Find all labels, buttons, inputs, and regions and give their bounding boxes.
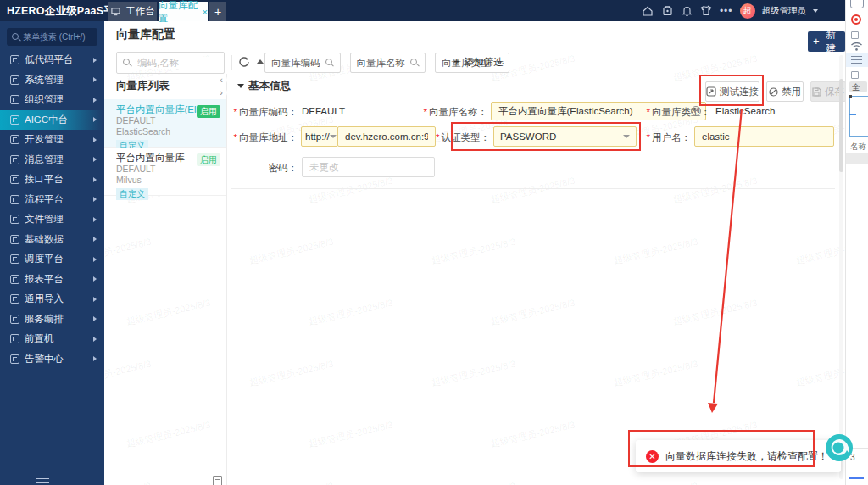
required-mark: * [647, 107, 650, 117]
sidebar-item[interactable]: 基础数据 [0, 230, 104, 250]
filter-chip-label: 向量库名称 [357, 57, 406, 70]
item-name: 平台内置向量库 [116, 152, 198, 164]
main-content: 超级管理员-2025/8/3超级管理员-2025/8/3超级管理员-2025/8… [104, 21, 845, 485]
chevron-right-icon [93, 58, 97, 63]
tab-label: 向量库配置 [159, 0, 198, 25]
scrollbar[interactable] [839, 55, 843, 479]
panel-collapse-control: ‹ › [215, 74, 227, 98]
side-tool-panel: 全 名称 3 [845, 0, 868, 485]
sidebar-item-label: 报表平台 [25, 273, 64, 286]
watermark-text: 超级管理员-2025/8/3 [104, 358, 153, 389]
user-name[interactable]: 超级管理员 [762, 5, 807, 17]
auth-type-value: PASSWORD [500, 131, 556, 142]
vector-db-list-item[interactable]: 平台内置向量库 启用 DEFAULT Milvus 自定义 [104, 148, 226, 196]
tab-label: 工作台 [125, 5, 155, 18]
section-title: 基本信息 [248, 79, 291, 93]
watermark-text: 超级管理员-2025/8/3 [308, 175, 394, 206]
field-value-type: ElasticSearch [715, 106, 775, 116]
multilang-icon[interactable] [691, 106, 701, 116]
add-filter-button[interactable]: + 添加筛选 [453, 55, 504, 69]
sidebar-item[interactable]: 消息管理 [0, 150, 104, 170]
select-all-chip[interactable]: 全 [849, 81, 867, 92]
test-connection-button[interactable]: 测试连接 [705, 81, 760, 102]
required-mark: * [436, 132, 439, 142]
section-basic-info[interactable]: 基本信息 [237, 79, 291, 93]
sidebar-item[interactable]: 调度平台 [0, 249, 104, 270]
password-input[interactable] [302, 157, 435, 177]
chevron-right-icon [93, 237, 97, 242]
sidebar-item[interactable]: 前置机 [0, 329, 104, 349]
wifi-icon[interactable] [850, 40, 863, 53]
sidebar-item[interactable]: 组织管理 [0, 90, 104, 110]
chevron-right-icon [93, 257, 97, 262]
sidebar-item[interactable]: 系统管理 [0, 70, 104, 91]
chevron-down-icon[interactable] [813, 9, 818, 13]
cursor-tool-icon[interactable] [850, 0, 864, 8]
search-icon [326, 59, 334, 67]
refresh-icon[interactable] [238, 56, 250, 68]
triangle-down-icon [237, 84, 244, 88]
disable-button[interactable]: 禁用 [766, 81, 804, 102]
menu-icon [10, 115, 19, 125]
filter-chip[interactable]: 向量库名称 [350, 53, 426, 73]
avatar[interactable]: 超 [740, 3, 755, 19]
menu-icon [10, 75, 19, 85]
sidebar-item-label: 低代码平台 [25, 53, 74, 66]
watermark-text: 超级管理员-2025/8/3 [308, 419, 394, 450]
watermark-text: 超级管理员-2025/8/3 [125, 297, 212, 328]
menu-icon [10, 254, 19, 264]
sidebar-item-label: 服务编排 [25, 313, 64, 326]
checkbox[interactable] [851, 31, 859, 39]
sidebar-item[interactable]: 开发管理 [0, 130, 104, 150]
watermark-text: 超级管理员-2025/8/3 [613, 480, 699, 485]
sidebar-item[interactable]: AIGC中台 [0, 110, 104, 131]
bell-icon[interactable] [681, 4, 693, 17]
sidebar-item[interactable]: 流程平台 [0, 190, 104, 210]
sidebar-item[interactable]: 通用导入 [0, 289, 104, 309]
list-tool-row[interactable] [846, 53, 868, 67]
chevron-right-icon[interactable]: › [215, 86, 227, 98]
sidebar-item[interactable]: 低代码平台 [0, 50, 104, 70]
sidebar-item-label: 开发管理 [25, 133, 64, 146]
watermark-text: 超级管理员-2025/8/3 [613, 236, 699, 267]
link-text-fragment[interactable] [849, 477, 864, 479]
checkbox[interactable] [851, 71, 859, 79]
sidebar-item[interactable]: 文件管理 [0, 209, 104, 230]
required-mark: * [234, 132, 237, 142]
menu-icon [10, 95, 19, 104]
protocol-select[interactable]: http:// [301, 126, 338, 147]
theme-shirt-icon[interactable] [700, 4, 713, 17]
sidebar-item[interactable]: 服务编排 [0, 309, 104, 330]
field-value-code: DEFAULT [302, 106, 345, 116]
toolbox-icon[interactable] [661, 4, 674, 17]
watermark-text: 超级管理员-2025/8/3 [490, 419, 576, 450]
list-panel-title: 向量库列表 [116, 79, 170, 93]
sidebar-item[interactable]: 接口平台 [0, 170, 104, 190]
plus-icon: + [813, 36, 820, 47]
chevron-left-icon[interactable]: ‹ [215, 74, 227, 86]
sidebar-item[interactable]: 告警中心 [0, 349, 104, 370]
watermark-text: 超级管理员-2025/8/3 [613, 358, 699, 389]
record-icon[interactable] [851, 14, 861, 25]
filter-chip[interactable]: 向量库编码 [264, 53, 341, 73]
vector-db-list-item[interactable]: 平台内置向量库(Ela... 启用 DEFAULT ElasticSearch … [104, 99, 226, 148]
chevron-right-icon [93, 217, 97, 222]
watermark-text: 超级管理员-2025/8/3 [795, 236, 845, 267]
collapse-filters-icon[interactable] [257, 59, 264, 64]
add-tab-button[interactable]: + [209, 2, 226, 21]
watermark-text: 超级管理员-2025/8/3 [795, 480, 845, 485]
username-input[interactable] [694, 126, 834, 147]
menu-icon [10, 315, 19, 324]
sidebar-item[interactable]: 报表平台 [0, 270, 104, 290]
tab-workbench[interactable]: 工作台 [108, 2, 157, 21]
sidebar-collapse-icon[interactable] [36, 478, 49, 485]
chat-widget-logo[interactable] [825, 433, 854, 462]
more-icon[interactable]: ••• [720, 7, 733, 15]
scrollbar-thumb[interactable] [839, 79, 843, 172]
home-icon[interactable] [642, 4, 654, 17]
list-search-input[interactable] [136, 57, 218, 69]
tab-vector-config[interactable]: 向量库配置 × [159, 2, 208, 21]
list-search-box[interactable] [116, 52, 225, 74]
close-icon[interactable]: × [203, 7, 208, 17]
menu-search-input[interactable]: 菜单搜索 (Ctrl+/) [7, 28, 97, 46]
